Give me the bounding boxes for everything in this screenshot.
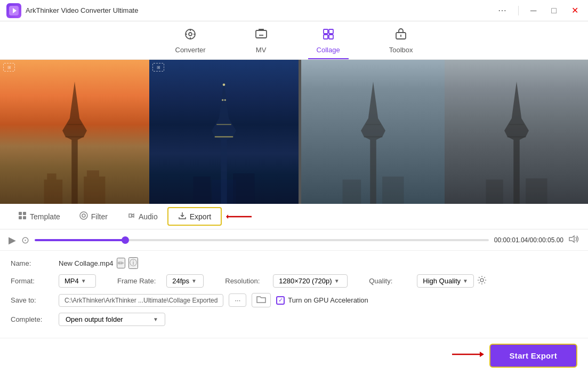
- svg-rect-45: [23, 216, 26, 219]
- filter-icon: [79, 211, 88, 221]
- svg-rect-13: [329, 35, 333, 39]
- preview-slot-4[interactable]: [445, 60, 588, 204]
- nav-item-mv[interactable]: MV: [246, 26, 276, 59]
- app-title: ArkThinker Video Converter Ultimate: [26, 6, 138, 14]
- svg-rect-8: [256, 30, 267, 38]
- filter-button[interactable]: Filter: [70, 208, 117, 225]
- nav-item-collage[interactable]: Collage: [308, 26, 349, 59]
- svg-point-24: [223, 83, 225, 86]
- svg-marker-53: [569, 236, 574, 242]
- app-icon: [6, 3, 21, 18]
- svg-point-25: [222, 99, 223, 100]
- timeline-time: 00:00:01.04/00:00:05.00: [494, 236, 563, 244]
- gpu-label: Turn on GPU Acceleration: [288, 296, 368, 304]
- svg-point-46: [80, 212, 87, 219]
- gpu-checkbox[interactable]: ✓: [276, 296, 285, 305]
- nav-item-toolbox[interactable]: Toolbox: [381, 26, 422, 59]
- complete-label: Complete:: [11, 315, 48, 323]
- preview-container: ⊞ ⊞: [0, 60, 588, 204]
- framerate-select[interactable]: 24fps ▼: [166, 274, 204, 288]
- close-button[interactable]: ✕: [568, 4, 582, 17]
- nav-label-converter: Converter: [175, 46, 206, 54]
- saveto-row: Save to: C:\ArkThinker\ArkThinker ...Ult…: [11, 293, 577, 307]
- complete-row: Complete: Open output folder ▼: [11, 313, 577, 326]
- start-export-button[interactable]: Start Export: [489, 344, 577, 368]
- play-button[interactable]: ▶: [9, 234, 16, 246]
- export-label: Export: [190, 212, 211, 221]
- svg-rect-41: [526, 178, 547, 204]
- name-text: New Collage.mp4: [59, 259, 114, 267]
- frame-label-2: ⊞: [152, 63, 164, 72]
- quality-value: High Quality: [423, 277, 461, 285]
- svg-rect-31: [233, 173, 254, 204]
- save-row: C:\ArkThinker\ArkThinker ...Ultimate\Col…: [59, 293, 368, 307]
- svg-rect-44: [19, 216, 22, 219]
- audio-icon: [127, 211, 135, 221]
- navbar: Converter MV Collage: [0, 21, 588, 60]
- svg-point-26: [224, 99, 226, 100]
- resolution-label: Resolution:: [225, 277, 262, 285]
- complete-select[interactable]: Open output folder ▼: [59, 313, 165, 326]
- svg-rect-21: [84, 176, 105, 204]
- titlebar: ArkThinker Video Converter Ultimate ⋯ ─ …: [0, 0, 588, 21]
- start-export-arrow: [452, 349, 484, 363]
- timeline-fill: [35, 239, 125, 241]
- export-settings: Name: New Collage.mp4 ✏ ⓘ Format: MP4 ▼ …: [0, 251, 588, 338]
- save-path: C:\ArkThinker\ArkThinker ...Ultimate\Col…: [59, 294, 223, 307]
- template-icon: [18, 211, 27, 221]
- volume-icon[interactable]: [569, 235, 579, 245]
- nav-item-converter[interactable]: Converter: [167, 26, 214, 59]
- svg-marker-49: [132, 214, 134, 217]
- name-row: Name: New Collage.mp4 ✏ ⓘ: [11, 257, 577, 269]
- svg-marker-56: [480, 352, 484, 357]
- resolution-select[interactable]: 1280×720 (720p) ▼: [273, 274, 348, 288]
- resolution-arrow: ▼: [334, 278, 340, 284]
- resolution-value: 1280×720 (720p): [279, 277, 332, 285]
- complete-arrow: ▼: [153, 316, 158, 322]
- svg-rect-19: [44, 179, 62, 204]
- toolbar: Template Filter Audio Export: [0, 204, 588, 229]
- audio-button[interactable]: Audio: [117, 208, 167, 225]
- name-label: Name:: [11, 259, 48, 267]
- svg-point-54: [480, 279, 484, 282]
- titlebar-separator: [518, 6, 519, 15]
- menu-button[interactable]: ⋯: [495, 4, 510, 17]
- timeline-thumb[interactable]: [122, 236, 129, 244]
- svg-rect-12: [324, 35, 328, 39]
- format-select[interactable]: MP4 ▼: [59, 274, 96, 288]
- timeline: ▶ ⊙ 00:00:01.04/00:00:05.00: [0, 229, 588, 251]
- stop-button[interactable]: ⊙: [21, 234, 29, 246]
- folder-button[interactable]: [252, 293, 271, 307]
- svg-marker-32: [361, 82, 385, 204]
- saveto-label: Save to:: [11, 296, 48, 304]
- maximize-button[interactable]: □: [548, 5, 560, 17]
- minimize-button[interactable]: ─: [527, 5, 539, 17]
- quality-gear-button[interactable]: [477, 275, 487, 287]
- name-edit-button[interactable]: ✏: [117, 258, 125, 268]
- preview-left: ⊞ ⊞: [0, 60, 299, 204]
- browse-button[interactable]: ···: [229, 293, 246, 307]
- framerate-value: 24fps: [172, 277, 189, 285]
- export-button[interactable]: Export: [167, 207, 222, 226]
- preview-slot-2[interactable]: ⊞: [149, 60, 299, 204]
- nav-label-collage: Collage: [317, 46, 340, 54]
- svg-rect-11: [329, 29, 333, 34]
- converter-icon: [184, 28, 197, 44]
- framerate-label: Frame Rate:: [117, 277, 156, 285]
- preview-right-grid: [301, 60, 588, 204]
- preview-slot-3[interactable]: [301, 60, 445, 204]
- total-time: 00:00:05.00: [530, 236, 563, 244]
- svg-rect-30: [194, 176, 211, 204]
- timeline-track[interactable]: [35, 239, 489, 241]
- svg-rect-35: [342, 179, 360, 204]
- quality-label: Quality:: [369, 277, 406, 285]
- quality-select[interactable]: High Quality ▼: [417, 274, 474, 288]
- filter-label: Filter: [91, 212, 108, 221]
- svg-rect-20: [47, 173, 56, 179]
- name-info-button[interactable]: ⓘ: [128, 257, 138, 269]
- toolbox-icon: [394, 28, 407, 44]
- svg-point-47: [82, 214, 85, 217]
- template-button[interactable]: Template: [9, 208, 70, 225]
- preview-slot-1[interactable]: ⊞: [0, 60, 149, 204]
- svg-marker-37: [504, 82, 529, 204]
